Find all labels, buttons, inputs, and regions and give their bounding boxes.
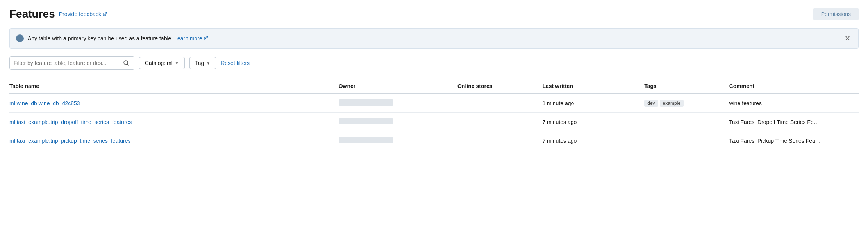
comment-text: Taxi Fares. Dropoff Time Series Fe… [729, 119, 819, 125]
cell-owner [332, 131, 451, 150]
info-banner-left: i Any table with a primary key can be us… [16, 34, 208, 42]
cell-online-stores [451, 113, 536, 131]
cell-owner [332, 94, 451, 113]
cell-tags [638, 131, 723, 150]
permissions-button[interactable]: Permissions [813, 8, 859, 20]
tag-label: Tag [195, 60, 204, 66]
cell-online-stores [451, 94, 536, 113]
col-header-owner: Owner [332, 79, 451, 94]
cell-comment: Taxi Fares. Pickup Time Series Fea… [723, 131, 859, 150]
table-name-link[interactable]: ml.wine_db.wine_db_d2c853 [9, 100, 80, 106]
table-row: ml.taxi_example.trip_dropoff_time_series… [9, 113, 859, 131]
learn-more-link[interactable]: Learn more [174, 35, 208, 41]
table-name-link[interactable]: ml.taxi_example.trip_dropoff_time_series… [9, 119, 132, 125]
owner-placeholder [339, 99, 393, 106]
cell-owner [332, 113, 451, 131]
cell-last-written: 7 minutes ago [536, 113, 638, 131]
owner-placeholder [339, 118, 393, 124]
col-header-table-name: Table name [9, 79, 332, 94]
cell-tags [638, 113, 723, 131]
reset-filters-link[interactable]: Reset filters [221, 60, 250, 66]
cell-table-name: ml.taxi_example.trip_pickup_time_series_… [9, 131, 332, 150]
tag-chevron-icon: ▼ [206, 61, 210, 65]
owner-placeholder [339, 137, 393, 143]
search-button[interactable] [122, 59, 130, 67]
feedback-link[interactable]: Provide feedback [59, 11, 107, 17]
cell-tags: devexample [638, 94, 723, 113]
tag-badge: dev [644, 100, 658, 107]
banner-message: Any table with a primary key can be used… [28, 35, 208, 41]
info-icon: i [16, 34, 24, 42]
cell-online-stores [451, 131, 536, 150]
svg-line-1 [127, 64, 129, 66]
table-header-row: Table name Owner Online stores Last writ… [9, 79, 859, 94]
cell-table-name: ml.wine_db.wine_db_d2c853 [9, 94, 332, 113]
tag-badge: example [660, 100, 684, 107]
table-row: ml.wine_db.wine_db_d2c8531 minute agodev… [9, 94, 859, 113]
header-left: Features Provide feedback [9, 8, 107, 20]
learn-more-ext-icon [204, 36, 208, 41]
col-header-online-stores: Online stores [451, 79, 536, 94]
info-banner: i Any table with a primary key can be us… [9, 28, 859, 49]
cell-last-written: 1 minute ago [536, 94, 638, 113]
cell-comment: wine features [723, 94, 859, 113]
learn-more-label: Learn more [174, 35, 202, 41]
tag-dropdown[interactable]: Tag ▼ [189, 57, 216, 69]
close-banner-button[interactable]: ✕ [843, 34, 852, 43]
cell-comment: Taxi Fares. Dropoff Time Series Fe… [723, 113, 859, 131]
search-icon [123, 60, 129, 66]
search-input[interactable] [14, 60, 122, 66]
catalog-chevron-icon: ▼ [175, 61, 179, 65]
banner-text: Any table with a primary key can be used… [28, 35, 173, 41]
comment-text: wine features [729, 100, 762, 106]
external-link-icon [102, 12, 107, 16]
cell-table-name: ml.taxi_example.trip_dropoff_time_series… [9, 113, 332, 131]
feedback-label: Provide feedback [59, 11, 101, 17]
catalog-dropdown[interactable]: Catalog: ml ▼ [139, 57, 185, 69]
page-title: Features [9, 8, 55, 20]
table-name-link[interactable]: ml.taxi_example.trip_pickup_time_series_… [9, 138, 130, 144]
comment-text: Taxi Fares. Pickup Time Series Fea… [729, 138, 821, 144]
search-wrapper [9, 56, 134, 70]
col-header-tags: Tags [638, 79, 723, 94]
filter-row: Catalog: ml ▼ Tag ▼ Reset filters [9, 56, 859, 70]
col-header-comment: Comment [723, 79, 859, 94]
col-header-last-written: Last written [536, 79, 638, 94]
features-table: Table name Owner Online stores Last writ… [9, 79, 859, 150]
cell-last-written: 7 minutes ago [536, 131, 638, 150]
table-row: ml.taxi_example.trip_pickup_time_series_… [9, 131, 859, 150]
catalog-label: Catalog: ml [145, 60, 173, 66]
header-row: Features Provide feedback Permissions [9, 8, 859, 20]
